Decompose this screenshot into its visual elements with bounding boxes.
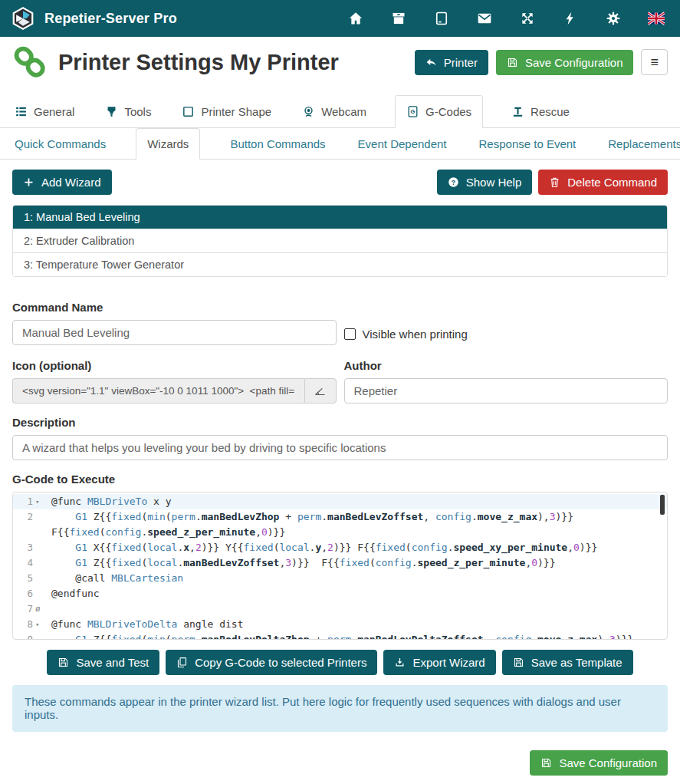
- description-label: Description: [12, 416, 668, 429]
- printer-frame-icon[interactable]: [433, 10, 450, 27]
- wizard-list: 1: Manual Bed Leveling2: Extruder Calibr…: [12, 205, 668, 277]
- tab-general-icon: [15, 105, 28, 118]
- show-help-button[interactable]: ? Show Help: [437, 170, 533, 195]
- editor-line[interactable]: 4 G1 Z{{fixed(local.manBedLevZoffset,3)}…: [13, 555, 667, 571]
- tab-webcam[interactable]: Webcam: [300, 96, 369, 127]
- fold-arrow-icon: ▾: [33, 617, 45, 632]
- tab-g-codes[interactable]: GG-Codes: [395, 95, 483, 128]
- editor-line[interactable]: 2 G1 Z{{fixed(min(perm.manBedLevZhop + p…: [13, 509, 667, 540]
- empty-line-marker: ø: [33, 601, 45, 617]
- editor-line[interactable]: 3 G1 X{{fixed(local.x,2)}} Y{{fixed(loca…: [13, 540, 667, 555]
- editor-gutter[interactable]: 1▾: [13, 494, 47, 509]
- trash-icon: [549, 176, 560, 188]
- save-configuration-button-top[interactable]: Save Configuration: [496, 50, 634, 75]
- question-circle-icon: ?: [448, 176, 459, 188]
- add-wizard-button[interactable]: Add Wizard: [12, 170, 112, 195]
- icon-svg-input[interactable]: [12, 378, 304, 404]
- messages-icon[interactable]: [476, 10, 493, 27]
- menu-button[interactable]: ≡: [641, 49, 668, 75]
- subtab-replacements[interactable]: Replacements: [606, 129, 680, 159]
- angle-icon: [314, 384, 327, 397]
- save-icon: [540, 757, 552, 769]
- brand-name: Repetier-Server Pro: [44, 11, 177, 27]
- tab-rescue[interactable]: Rescue: [509, 96, 572, 127]
- gcode-label: G-Code to Execute: [12, 473, 668, 486]
- fullscreen-icon[interactable]: [519, 10, 536, 27]
- icon-label: Icon (optional): [12, 359, 337, 372]
- command-name-label: Command Name: [12, 301, 337, 314]
- icon-preview-button[interactable]: [304, 378, 336, 404]
- description-input[interactable]: [12, 435, 668, 460]
- author-label: Author: [344, 359, 669, 372]
- tab-printer-shape-icon: [182, 105, 195, 118]
- plus-icon: [23, 176, 34, 188]
- page-title: Printer Settings My Printer: [58, 50, 415, 75]
- archive-box-icon[interactable]: [390, 10, 407, 27]
- editor-gutter[interactable]: 7ø: [13, 601, 47, 617]
- editor-line[interactable]: 9 G1 Z{{fixed(min(perm.manBedLevDeltaZho…: [13, 632, 667, 640]
- repetier-logo-icon: [11, 6, 35, 31]
- navbar-icons: [347, 10, 669, 27]
- editor-gutter[interactable]: 6: [13, 586, 47, 601]
- wizard-list-item[interactable]: 2: Extruder Calibration: [13, 229, 667, 252]
- main-tabs: GeneralToolsPrinter ShapeWebcamGG-CodesR…: [0, 95, 680, 128]
- tab-g-codes-icon: G: [406, 105, 419, 118]
- tab-printer-shape[interactable]: Printer Shape: [179, 96, 274, 127]
- fold-arrow-icon: ▾: [33, 494, 45, 509]
- quick-actions-icon[interactable]: [562, 10, 579, 27]
- tab-tools-icon: [105, 105, 118, 118]
- visible-when-printing-checkbox[interactable]: [344, 328, 356, 340]
- language-flag-icon[interactable]: [648, 10, 665, 27]
- info-box: These commands appear in the printer wiz…: [12, 685, 668, 732]
- editor-scrollbar[interactable]: [660, 495, 665, 515]
- editor-line[interactable]: 8▾@func MBLDriveToDelta angle dist: [13, 617, 667, 632]
- export-wizard-button[interactable]: Export Wizard: [383, 650, 495, 675]
- editor-gutter[interactable]: 8▾: [13, 617, 47, 632]
- editor-gutter[interactable]: 4: [13, 555, 47, 571]
- subtab-quick-commands[interactable]: Quick Commands: [12, 129, 108, 159]
- back-arrow-icon: [425, 57, 437, 68]
- top-navbar: Repetier-Server Pro: [0, 0, 680, 37]
- brand[interactable]: Repetier-Server Pro: [11, 6, 177, 31]
- subtab-wizards[interactable]: Wizards: [136, 128, 200, 160]
- command-name-input[interactable]: [12, 320, 337, 345]
- save-configuration-button-bottom[interactable]: Save Configuration: [530, 750, 668, 776]
- editor-gutter[interactable]: 3: [13, 540, 47, 555]
- save-as-template-button[interactable]: Save as Template: [502, 650, 633, 675]
- printer-button[interactable]: Printer: [415, 50, 488, 75]
- subtab-event-dependent[interactable]: Event Dependent: [356, 129, 449, 159]
- chain-link-icon: [12, 44, 48, 80]
- visible-when-printing-label: Visible when printing: [363, 328, 468, 341]
- editor-line[interactable]: 6@endfunc: [13, 586, 667, 601]
- editor-line[interactable]: 7ø: [13, 601, 667, 617]
- delete-command-button[interactable]: Delete Command: [538, 170, 668, 195]
- wizard-form: Command Name Visible when printing Icon …: [12, 277, 668, 640]
- save-icon: [507, 57, 518, 68]
- copy-gcode-button[interactable]: Copy G-Code to selected Printers: [166, 650, 377, 675]
- editor-line[interactable]: 1▾@func MBLDriveTo x y: [13, 494, 667, 509]
- tab-rescue-icon: [511, 105, 524, 118]
- sub-tabs: Quick CommandsWizardsButton CommandsEven…: [0, 128, 680, 160]
- editor-gutter[interactable]: 2: [13, 509, 47, 540]
- wizard-toolbar: Add Wizard ? Show Help Delete Command: [12, 170, 668, 195]
- svg-text:?: ?: [452, 179, 455, 186]
- subtab-button-commands[interactable]: Button Commands: [228, 129, 327, 159]
- save-and-test-button[interactable]: Save and Test: [47, 650, 159, 675]
- wizard-list-item[interactable]: 1: Manual Bed Leveling: [13, 206, 667, 229]
- home-icon[interactable]: [347, 10, 364, 27]
- tab-webcam-icon: [302, 105, 315, 118]
- subtab-response-to-event[interactable]: Response to Event: [477, 129, 579, 159]
- svg-text:G: G: [411, 108, 416, 115]
- wizard-list-item[interactable]: 3: Temperature Tower Generator: [13, 252, 667, 276]
- author-input[interactable]: [344, 378, 669, 404]
- global-settings-icon[interactable]: [605, 10, 622, 27]
- page-header: Printer Settings My Printer Printer Save…: [0, 37, 680, 89]
- gcode-editor[interactable]: 1▾@func MBLDriveTo x y2 G1 Z{{fixed(min(…: [12, 492, 668, 640]
- editor-gutter[interactable]: 9: [13, 632, 47, 640]
- footer: Save Configuration: [12, 750, 668, 776]
- hamburger-icon: ≡: [650, 54, 659, 70]
- tab-tools[interactable]: Tools: [103, 96, 153, 127]
- editor-gutter[interactable]: 5: [13, 571, 47, 586]
- tab-general[interactable]: General: [12, 96, 77, 127]
- editor-line[interactable]: 5 @call MBLCartesian: [13, 571, 667, 586]
